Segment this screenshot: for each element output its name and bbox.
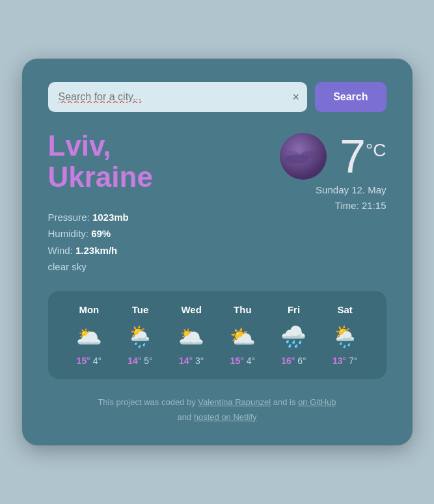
date-time: Sunday 12. May Time: 21:15: [316, 182, 386, 214]
forecast-day: Fri 🌧️ 16° 6°: [268, 304, 319, 366]
forecast-temps: 14° 5°: [115, 356, 166, 366]
forecast-day-label: Tue: [115, 304, 166, 315]
search-input-wrapper: Lviv ×: [48, 82, 308, 112]
temp-high: 16°: [281, 356, 295, 366]
temp-low: 7°: [349, 356, 357, 366]
humidity-row: Humidity: 69%: [48, 225, 278, 242]
forecast-day: Thu ⛅ 15° 4°: [217, 304, 268, 366]
forecast-day: Wed 🌥️ 14° 3°: [166, 304, 217, 366]
weather-details: Pressure: 1023mb Humidity: 69% Wind: 1.2…: [48, 209, 278, 275]
temp-high: 13°: [332, 356, 346, 366]
forecast-temps: 15° 4°: [217, 356, 268, 366]
svg-point-3: [285, 151, 298, 156]
forecast-icon: 🌥️: [64, 324, 115, 349]
forecast-day: Mon 🌥️ 15° 4°: [64, 304, 115, 366]
forecast-day-label: Sat: [319, 304, 371, 315]
forecast-grid: Mon 🌥️ 15° 4° Tue 🌦️ 14° 5° Wed 🌥️ 14° 3…: [64, 304, 371, 366]
temp-high: 14°: [128, 356, 141, 366]
temp-high: 15°: [230, 356, 244, 366]
forecast-temps: 15° 4°: [64, 356, 115, 366]
temp-low: 4°: [247, 356, 255, 366]
temp-low: 6°: [297, 356, 306, 366]
svg-point-2: [301, 151, 319, 159]
forecast-icon: 🌦️: [115, 324, 166, 349]
pressure-row: Pressure: 1023mb: [48, 209, 278, 226]
temp-low: 4°: [93, 356, 102, 366]
search-input[interactable]: Lviv: [48, 82, 308, 112]
forecast-icon: ⛅: [217, 324, 268, 349]
clear-button[interactable]: ×: [293, 91, 300, 103]
forecast-icon: 🌥️: [166, 324, 217, 349]
weather-icon: [277, 130, 329, 182]
netlify-link[interactable]: hosted on Netlify: [194, 412, 257, 422]
weather-card: Lviv × Search Lviv, Ukraine Pressure: 10…: [22, 59, 413, 446]
description: clear sky: [48, 259, 278, 275]
github-link[interactable]: on GitHub: [298, 397, 336, 407]
time-row: Time: 21:15: [316, 198, 386, 214]
forecast-card: Mon 🌥️ 15° 4° Tue 🌦️ 14° 5° Wed 🌥️ 14° 3…: [48, 291, 387, 379]
temp-low: 3°: [195, 356, 204, 366]
forecast-icon: 🌦️: [319, 324, 371, 349]
location-details: Lviv, Ukraine Pressure: 1023mb Humidity:…: [48, 130, 278, 275]
forecast-day-label: Wed: [166, 304, 217, 315]
forecast-day: Tue 🌦️ 14° 5°: [115, 304, 166, 366]
temperature: 7°C: [340, 133, 386, 180]
forecast-day: Sat 🌦️ 13° 7°: [319, 304, 371, 366]
temp-high: 15°: [77, 356, 90, 366]
search-row: Lviv × Search: [48, 82, 387, 112]
weather-visual: 7°C Sunday 12. May Time: 21:15: [277, 130, 386, 214]
main-info: Lviv, Ukraine Pressure: 1023mb Humidity:…: [48, 130, 387, 275]
footer: This project was coded by Valentina Rapu…: [48, 395, 387, 425]
city-name: Lviv, Ukraine: [48, 130, 278, 193]
forecast-temps: 16° 6°: [268, 356, 319, 366]
temp-high: 14°: [179, 356, 193, 366]
forecast-temps: 14° 3°: [166, 356, 217, 366]
wind-row: Wind: 1.23km/h: [48, 242, 278, 259]
temp-planet-row: 7°C: [277, 130, 386, 182]
author-link[interactable]: Valentina Rapunzel: [198, 397, 271, 407]
temp-low: 5°: [144, 356, 152, 366]
forecast-temps: 13° 7°: [319, 356, 371, 366]
forecast-icon: 🌧️: [268, 324, 319, 349]
forecast-day-label: Fri: [268, 304, 319, 315]
forecast-day-label: Thu: [217, 304, 268, 315]
search-button[interactable]: Search: [315, 82, 386, 112]
forecast-day-label: Mon: [64, 304, 115, 315]
